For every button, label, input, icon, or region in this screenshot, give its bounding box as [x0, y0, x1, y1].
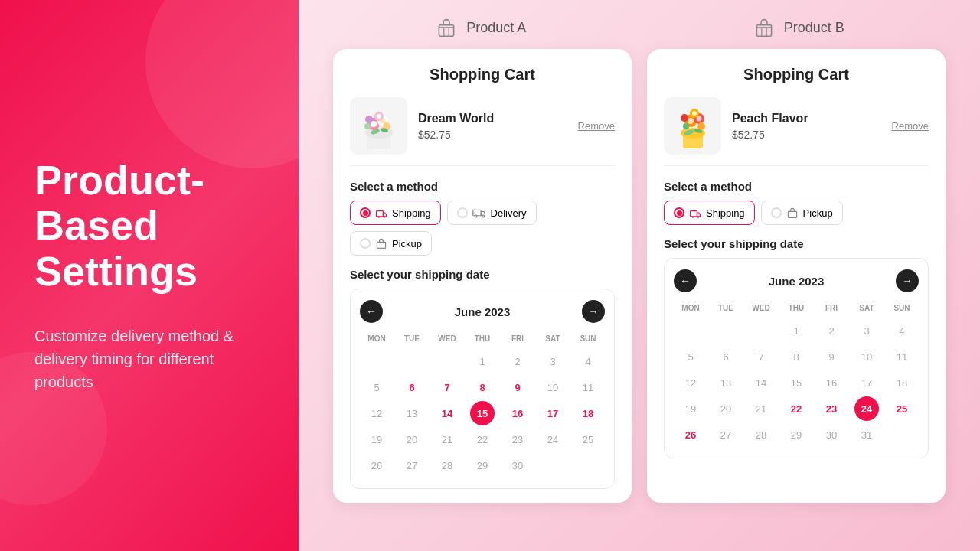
product-b-text: Product B: [784, 20, 844, 36]
cal-dow: SAT: [850, 302, 884, 317]
cal-day[interactable]: 1: [470, 349, 495, 373]
cal-day[interactable]: 11: [576, 375, 600, 399]
shipping-icon-b: [689, 207, 701, 219]
cal-day[interactable]: 28: [435, 453, 459, 478]
cal-day[interactable]: 25: [890, 396, 914, 421]
svg-point-9: [377, 114, 381, 119]
cal-day[interactable]: 24: [541, 427, 565, 452]
cal-day[interactable]: 14: [435, 401, 459, 425]
cal-day[interactable]: 26: [364, 453, 389, 478]
cal-day[interactable]: 29: [784, 422, 808, 447]
cal-day[interactable]: 21: [435, 427, 459, 452]
cal-day[interactable]: 19: [678, 396, 703, 421]
cal-day[interactable]: 23: [819, 396, 844, 421]
cal-day[interactable]: 2: [819, 318, 844, 343]
cal-day[interactable]: 10: [854, 344, 879, 369]
cal-day[interactable]: 27: [400, 453, 424, 478]
svg-point-31: [681, 114, 688, 122]
cal-day[interactable]: 2: [505, 349, 530, 373]
cal-day[interactable]: 23: [505, 427, 530, 452]
pickup-icon-b: [786, 207, 799, 219]
cal-day[interactable]: 29: [470, 453, 495, 478]
cal-day[interactable]: 18: [576, 401, 600, 425]
remove-btn-a[interactable]: Remove: [578, 120, 615, 132]
cart-info-b: Peach Flavor $52.75: [732, 112, 881, 141]
pickup-label-a: Pickup: [392, 238, 422, 249]
cal-day[interactable]: 7: [435, 375, 459, 399]
cal-prev-a[interactable]: ←: [360, 300, 383, 323]
cal-day[interactable]: 15: [784, 370, 808, 395]
cal-day[interactable]: 1: [784, 318, 808, 343]
cal-day[interactable]: 13: [714, 370, 738, 395]
cal-day[interactable]: 19: [364, 427, 389, 452]
cart-price-a: $52.75: [418, 129, 567, 141]
cal-day[interactable]: 22: [470, 427, 495, 452]
cal-day[interactable]: 11: [890, 344, 914, 369]
cal-day[interactable]: 5: [678, 344, 703, 369]
card-product-b: Shopping Cart: [647, 49, 946, 503]
cal-next-b[interactable]: →: [896, 269, 919, 292]
cal-day[interactable]: 25: [576, 427, 600, 452]
delivery-label-a: Delivery: [491, 207, 527, 219]
cal-day[interactable]: 12: [364, 401, 389, 425]
radio-shipping-a: [360, 207, 371, 218]
cal-day[interactable]: 3: [541, 349, 565, 373]
cal-day[interactable]: 9: [819, 344, 844, 369]
cart-price-b: $52.75: [732, 129, 881, 141]
cal-day[interactable]: 16: [505, 401, 530, 425]
cal-day[interactable]: 15: [470, 401, 495, 425]
radio-pickup-b: [771, 207, 782, 218]
cal-day[interactable]: 13: [400, 401, 424, 425]
cal-day[interactable]: 27: [714, 422, 738, 447]
cal-day[interactable]: 24: [854, 396, 879, 421]
cal-day[interactable]: 17: [854, 370, 879, 395]
cal-day[interactable]: 5: [364, 375, 389, 399]
cal-day[interactable]: 31: [854, 422, 879, 447]
cal-day[interactable]: 20: [714, 396, 738, 421]
right-panel: Product A Product B Shopping Cart: [299, 0, 980, 551]
method-pickup-a[interactable]: Pickup: [350, 231, 432, 256]
cal-dow: FRI: [501, 332, 534, 347]
cal-day[interactable]: 30: [819, 422, 844, 447]
method-pickup-b[interactable]: Pickup: [761, 201, 843, 225]
cal-day[interactable]: 30: [505, 453, 530, 478]
cal-day[interactable]: 22: [784, 396, 808, 421]
cal-prev-b[interactable]: ←: [674, 269, 697, 292]
cal-day[interactable]: 12: [678, 370, 703, 395]
cal-next-a[interactable]: →: [582, 300, 605, 323]
cal-day-empty: [400, 349, 424, 373]
card-a-title: Shopping Cart: [350, 66, 615, 83]
cal-month-b: June 2023: [769, 275, 825, 288]
method-delivery-a[interactable]: Delivery: [447, 201, 537, 225]
method-shipping-b[interactable]: Shipping: [664, 201, 755, 225]
cal-day[interactable]: 4: [890, 318, 914, 343]
hero-panel: Product-Based Settings Customize deliver…: [0, 0, 299, 551]
cal-day[interactable]: 4: [576, 349, 600, 373]
cal-day[interactable]: 9: [505, 375, 530, 399]
cal-day[interactable]: 14: [749, 370, 773, 395]
method-shipping-a[interactable]: Shipping: [350, 201, 441, 225]
svg-point-12: [364, 123, 371, 129]
cal-dow: SUN: [571, 332, 605, 347]
pickup-icon-a: [375, 237, 387, 249]
cal-day[interactable]: 26: [678, 422, 703, 447]
cal-day[interactable]: 3: [854, 318, 879, 343]
cal-day[interactable]: 7: [749, 344, 773, 369]
svg-rect-1: [756, 25, 771, 36]
cal-day[interactable]: 8: [470, 375, 495, 399]
cal-day[interactable]: 17: [541, 401, 565, 425]
cal-day[interactable]: 6: [400, 375, 424, 399]
cal-day[interactable]: 6: [714, 344, 738, 369]
cal-day[interactable]: 10: [541, 375, 565, 399]
cal-day[interactable]: 21: [749, 396, 773, 421]
cal-dow: MON: [674, 302, 707, 317]
cal-dow: TUE: [395, 332, 429, 347]
cal-day[interactable]: 18: [890, 370, 914, 395]
cal-day[interactable]: 16: [819, 370, 844, 395]
remove-btn-b[interactable]: Remove: [892, 120, 929, 132]
cal-dow: FRI: [815, 302, 848, 317]
cal-day-empty: [749, 318, 773, 343]
cal-day[interactable]: 28: [749, 422, 773, 447]
cal-day[interactable]: 8: [784, 344, 808, 369]
cal-day[interactable]: 20: [400, 427, 424, 452]
